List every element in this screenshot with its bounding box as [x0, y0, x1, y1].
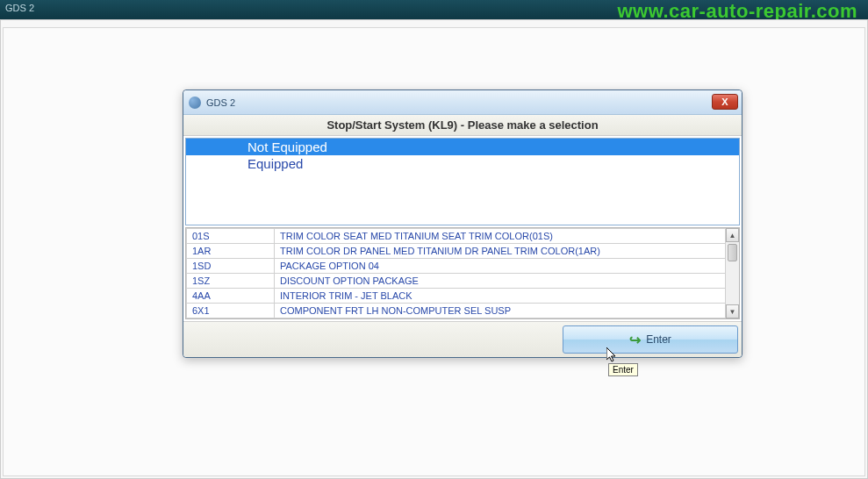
option-code: 1AR	[187, 244, 275, 259]
option-code: 1SD	[187, 259, 275, 274]
table-row[interactable]: 4AA INTERIOR TRIM - JET BLACK	[187, 289, 728, 304]
option-desc: DISCOUNT OPTION PACKAGE	[275, 274, 728, 289]
close-icon: X	[721, 97, 728, 107]
dialog-footer: ↪ Enter	[183, 321, 742, 357]
vertical-scrollbar[interactable]: ▲ ▼	[725, 228, 739, 318]
option-desc: COMPONENT FRT LH NON-COMPUTER SEL SUSP	[275, 304, 728, 318]
dialog-body: Stop/Start System (KL9) - Please make a …	[183, 115, 742, 357]
dialog-title: GDS 2	[206, 97, 235, 108]
selection-item-not-equipped[interactable]: Not Equipped	[186, 139, 739, 155]
option-code: 01S	[187, 229, 275, 244]
table-row[interactable]: 1SZ DISCOUNT OPTION PACKAGE	[187, 274, 728, 289]
selection-item-equipped[interactable]: Equipped	[186, 155, 739, 172]
scroll-thumb[interactable]	[728, 244, 737, 261]
option-desc: PACKAGE OPTION 04	[275, 259, 728, 274]
table-row[interactable]: 01S TRIM COLOR SEAT MED TITANIUM SEAT TR…	[187, 229, 728, 244]
scroll-up-button[interactable]: ▲	[726, 228, 739, 242]
app-title: GDS 2	[5, 3, 34, 13]
selection-header: Stop/Start System (KL9) - Please make a …	[183, 115, 742, 136]
enter-arrow-icon: ↪	[629, 332, 641, 348]
option-desc: INTERIOR TRIM - JET BLACK	[275, 289, 728, 304]
option-code: 1SZ	[187, 274, 275, 289]
table-row[interactable]: 1AR TRIM COLOR DR PANEL MED TITANIUM DR …	[187, 244, 728, 259]
options-table-wrapper: 01S TRIM COLOR SEAT MED TITANIUM SEAT TR…	[185, 227, 740, 319]
table-row[interactable]: 6X1 COMPONENT FRT LH NON-COMPUTER SEL SU…	[187, 304, 728, 318]
app-icon	[189, 97, 201, 109]
selection-list: Not Equipped Equipped	[185, 138, 740, 225]
dialog-titlebar[interactable]: GDS 2 X	[183, 90, 742, 115]
enter-label: Enter	[646, 333, 671, 346]
option-desc: TRIM COLOR DR PANEL MED TITANIUM DR PANE…	[275, 244, 728, 259]
option-desc: TRIM COLOR SEAT MED TITANIUM SEAT TRIM C…	[275, 229, 728, 244]
table-row[interactable]: 1SD PACKAGE OPTION 04	[187, 259, 728, 274]
enter-button[interactable]: ↪ Enter	[563, 325, 738, 354]
scroll-down-button[interactable]: ▼	[726, 304, 739, 318]
option-code: 6X1	[187, 304, 275, 318]
enter-tooltip: Enter	[608, 363, 638, 376]
options-table: 01S TRIM COLOR SEAT MED TITANIUM SEAT TR…	[186, 228, 728, 318]
gds2-dialog: GDS 2 X Stop/Start System (KL9) - Please…	[183, 89, 742, 358]
close-button[interactable]: X	[712, 94, 738, 110]
option-code: 4AA	[187, 289, 275, 304]
